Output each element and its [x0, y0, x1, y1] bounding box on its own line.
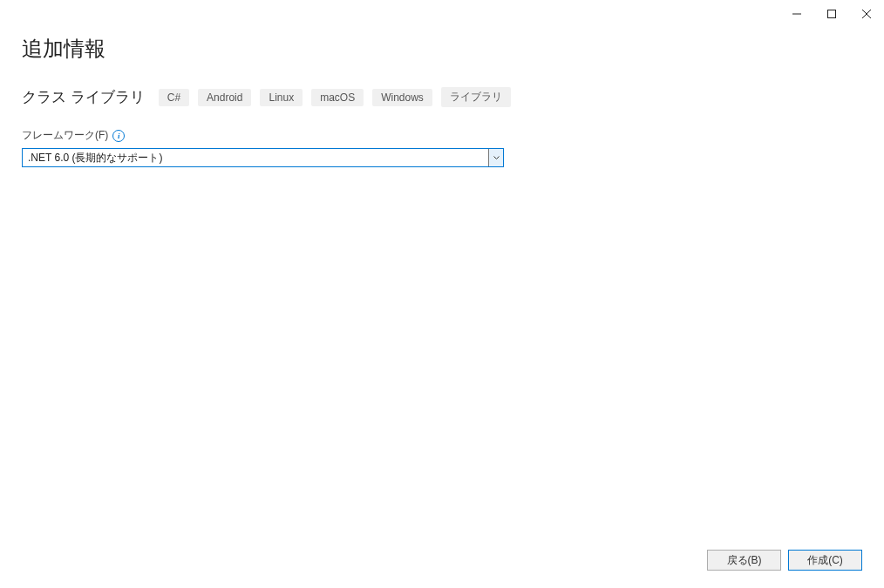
maximize-button[interactable]	[814, 2, 849, 26]
framework-label: フレームワーク(F)	[22, 128, 108, 143]
maximize-icon	[827, 10, 836, 18]
back-button[interactable]: 戻る(B)	[707, 550, 781, 571]
framework-label-row: フレームワーク(F) i	[22, 128, 862, 143]
tag-library: ライブラリ	[441, 87, 511, 107]
titlebar	[0, 0, 884, 26]
chevron-down-icon	[489, 149, 503, 166]
info-icon[interactable]: i	[112, 130, 125, 142]
page-title: 追加情報	[22, 35, 862, 63]
svg-rect-1	[828, 10, 836, 18]
tag-windows: Windows	[372, 89, 432, 106]
footer-buttons: 戻る(B) 作成(C)	[707, 550, 862, 571]
subtitle-row: クラス ライブラリ C# Android Linux macOS Windows…	[22, 87, 862, 107]
minimize-button[interactable]	[779, 2, 814, 26]
tag-macos: macOS	[311, 89, 364, 106]
template-subtitle: クラス ライブラリ	[22, 87, 145, 107]
create-button[interactable]: 作成(C)	[788, 550, 862, 571]
framework-select[interactable]: .NET 6.0 (長期的なサポート)	[22, 148, 504, 167]
tag-csharp: C#	[159, 89, 189, 106]
minimize-icon	[792, 10, 801, 18]
tag-linux: Linux	[260, 89, 303, 106]
close-button[interactable]	[849, 2, 884, 26]
content-area: 追加情報 クラス ライブラリ C# Android Linux macOS Wi…	[0, 26, 884, 167]
tag-android: Android	[198, 89, 251, 106]
close-icon	[862, 10, 871, 18]
framework-selected-value: .NET 6.0 (長期的なサポート)	[23, 149, 489, 166]
